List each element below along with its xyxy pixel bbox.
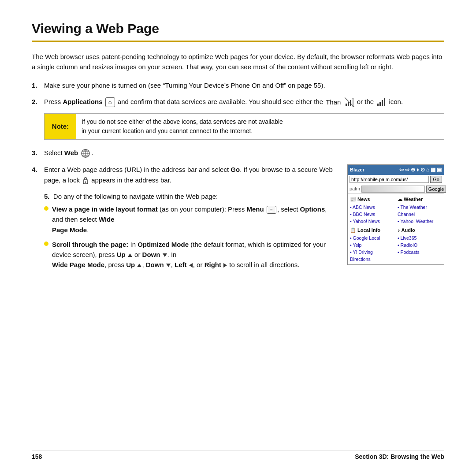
web-label: Web — [64, 149, 78, 156]
arrow-left-icon — [189, 263, 193, 268]
svg-rect-1 — [348, 102, 349, 106]
step-4-content: Enter a Web page address (URL) in the ad… — [44, 164, 444, 274]
note-box: Note: If you do not see either of the ab… — [44, 113, 444, 140]
down-label-2: Down — [146, 261, 164, 268]
home-icon[interactable]: ⊙ — [420, 166, 425, 174]
audio-items: • Live365 • RadioIO • Podcasts — [398, 235, 442, 256]
step-4-paragraph: Enter a Web page address (URL) in the ad… — [44, 164, 339, 185]
svg-rect-7 — [382, 100, 383, 106]
browser-screenshot: Blazer ⇦ ⇨ ⊕ ♦ ⊙ ⌂ ▦ ▣ — [347, 164, 444, 265]
applications-icon: ⌂ — [105, 97, 115, 107]
localinfo-title: 📋 Local Info — [350, 227, 394, 234]
browser-search-label: palm — [350, 185, 360, 193]
live365-link[interactable]: • Live365 — [398, 235, 442, 242]
step-2-num: 2. — [32, 97, 44, 107]
yelp-link[interactable]: • Yelp — [350, 242, 394, 249]
go-label: Go — [231, 166, 240, 173]
scroll-label: Scroll through the page: — [52, 241, 128, 248]
sub-step-1-text: View a page in wide layout format (as on… — [52, 204, 339, 235]
news-items: • ABC News • BBC News • Yahoo! News — [350, 204, 394, 225]
arrow-right-icon — [223, 263, 227, 268]
left-label: Left — [175, 261, 187, 268]
down-label: Down — [142, 251, 160, 258]
directions-link[interactable]: Directions — [350, 256, 394, 263]
arrow-up-icon-2 — [137, 264, 141, 267]
back-icon[interactable]: ⇦ — [399, 166, 404, 174]
step-5-num-inline: 5. — [44, 193, 50, 200]
localinfo-label: Local Info — [357, 227, 380, 234]
sub-steps-list: View a page in wide layout format (as on… — [44, 204, 339, 270]
bbc-news-link[interactable]: • BBC News — [350, 211, 394, 218]
audio-title: ♪ Audio — [398, 227, 442, 234]
weather-items: • The Weather Channel • Yahoo! Weather — [398, 204, 442, 225]
weather-icon: ☁ — [398, 196, 402, 203]
home2-icon[interactable]: ⌂ — [426, 166, 429, 174]
wide-layout-label: View a page in wide layout format — [52, 205, 158, 213]
svg-rect-5 — [377, 104, 379, 106]
step-3-num: 3. — [32, 148, 44, 158]
weather-title: ☁ Weather — [398, 196, 442, 203]
sub-step-2: Scroll through the page: In Optimized Mo… — [44, 239, 339, 270]
localinfo-icon: 📋 — [350, 227, 356, 234]
sub-step-2-text: Scroll through the page: In Optimized Mo… — [52, 239, 339, 270]
browser-titlebar: Blazer ⇦ ⇨ ⊕ ♦ ⊙ ⌂ ▦ ▣ — [348, 165, 444, 175]
weather-channel-link-2[interactable]: Channel — [398, 211, 442, 218]
browser-go-button[interactable]: Go — [430, 176, 442, 183]
page-number: 158 — [32, 453, 42, 460]
browser-search-bar: palm Google — [348, 184, 444, 194]
sub-bullet-2 — [44, 242, 48, 246]
wide-page-label: WidePage Mode — [52, 216, 115, 233]
svg-point-16 — [85, 182, 86, 183]
bookmark-icon[interactable]: ♦ — [416, 166, 419, 174]
browser-content: 📰 News • ABC News • BBC News • Yahoo! Ne… — [348, 194, 444, 264]
step-2-content: Press Applications ⌂ and confirm that da… — [44, 97, 444, 108]
news-title: 📰 News — [350, 196, 394, 203]
steps-list: 1. Make sure your phone is turned on (se… — [32, 80, 444, 108]
menu-label: Menu — [247, 205, 264, 213]
browser-toolbar-icons: ⇦ ⇨ ⊕ ♦ ⊙ ⌂ ▦ ▣ — [399, 166, 442, 174]
menu2-icon[interactable]: ▣ — [437, 166, 442, 174]
right-label: Right — [205, 261, 221, 268]
step-2: 2. Press Applications ⌂ and confirm that… — [32, 97, 444, 108]
abc-news-link[interactable]: • ABC News — [350, 204, 394, 211]
applications-label: Applications — [63, 98, 103, 105]
sub-step-1: View a page in wide layout format (as on… — [44, 204, 339, 235]
yahoo-news-link[interactable]: • Yahoo! News — [350, 218, 394, 225]
browser-google-button[interactable]: Google — [426, 186, 446, 193]
svg-rect-0 — [346, 104, 347, 106]
browser-search-input[interactable] — [361, 186, 425, 193]
yahoo-weather-link[interactable]: • Yahoo! Weather — [398, 218, 442, 225]
grid-icon[interactable]: ▦ — [431, 166, 435, 174]
svg-rect-8 — [384, 98, 385, 106]
driving-link[interactable]: • Y! Driving — [350, 249, 394, 256]
signal-bars-icon-2 — [376, 97, 386, 107]
page-footer: 158 Section 3D: Browsing the Web — [32, 450, 444, 460]
weather-channel-link[interactable]: • The Weather — [398, 204, 442, 211]
forward-icon[interactable]: ⇨ — [405, 166, 409, 174]
podcasts-link[interactable]: • Podcasts — [398, 249, 442, 256]
google-local-link[interactable]: • Google Local — [350, 235, 394, 242]
svg-rect-6 — [379, 102, 381, 106]
refresh-icon[interactable]: ⊕ — [411, 166, 415, 174]
note-label: Note: — [45, 114, 76, 139]
up-label: Up — [117, 251, 126, 258]
wide-page-mode-label: Wide Page Mode — [52, 261, 104, 268]
audio-icon: ♪ — [398, 227, 400, 234]
up-label-2: Up — [126, 261, 135, 268]
browser-url-bar: Go — [348, 175, 444, 184]
options-label: Options — [300, 205, 325, 213]
arrow-up-icon — [128, 253, 132, 257]
news-icon: 📰 — [350, 196, 356, 203]
arrow-down-icon-2 — [166, 264, 171, 267]
news-label: News — [357, 196, 370, 203]
browser-localinfo-section: 📋 Local Info • Google Local • Yelp • Y! … — [350, 227, 394, 263]
browser-audio-section: ♪ Audio • Live365 • RadioIO • Podcasts — [398, 227, 442, 263]
optimized-mode-label: Optimized Mode — [138, 241, 189, 248]
intro-paragraph: The Web browser uses patent-pending tech… — [32, 52, 444, 72]
step-4-with-screenshot: Enter a Web page address (URL) in the ad… — [44, 164, 444, 274]
step-1: 1. Make sure your phone is turned on (se… — [32, 80, 444, 90]
radioo-link[interactable]: • RadioIO — [398, 242, 442, 249]
localinfo-items: • Google Local • Yelp • Y! Driving Direc… — [350, 235, 394, 263]
signal-bars-icon-1 — [345, 97, 354, 107]
browser-url-input[interactable] — [350, 176, 429, 183]
